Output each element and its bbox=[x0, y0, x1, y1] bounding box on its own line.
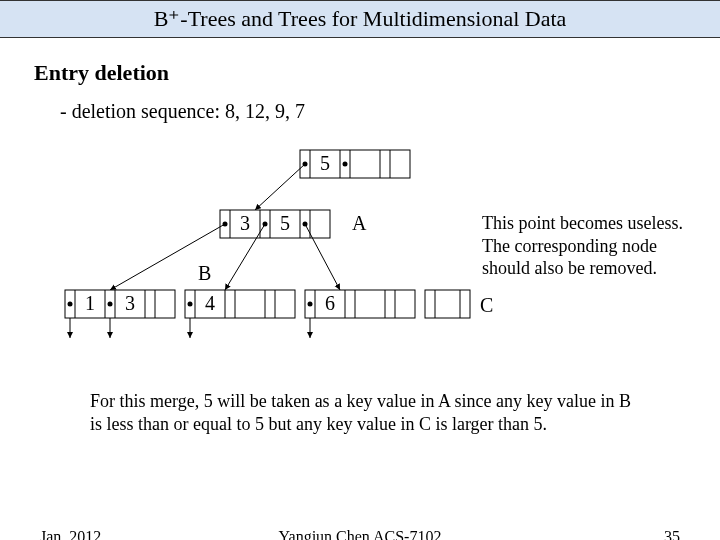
svg-rect-31 bbox=[305, 290, 415, 318]
mid-node: 3 5 bbox=[220, 210, 330, 238]
pointer-dot-icon bbox=[188, 302, 193, 307]
section-heading: Entry deletion bbox=[34, 60, 169, 86]
leaf0-key-1: 3 bbox=[125, 292, 135, 314]
svg-rect-7 bbox=[220, 210, 330, 238]
svg-rect-16 bbox=[65, 290, 175, 318]
leaf-node-2: 6 bbox=[305, 290, 415, 338]
mid-key-1: 5 bbox=[280, 212, 290, 234]
leaf-node-1: 4 bbox=[185, 290, 295, 338]
leaf-node-3 bbox=[425, 290, 470, 318]
leaf-node-0: 1 3 bbox=[65, 290, 175, 338]
deletion-sequence: - deletion sequence: 8, 12, 9, 7 bbox=[60, 100, 305, 123]
root-node: 5 bbox=[300, 150, 410, 178]
pointer-dot-icon bbox=[343, 162, 348, 167]
title-bar: B⁺-Trees and Trees for Multidimensional … bbox=[0, 0, 720, 38]
mid-key-0: 3 bbox=[240, 212, 250, 234]
svg-rect-24 bbox=[185, 290, 295, 318]
label-b: B bbox=[198, 262, 211, 284]
label-c: C bbox=[480, 294, 493, 316]
root-key-0: 5 bbox=[320, 152, 330, 174]
svg-line-6 bbox=[255, 164, 305, 210]
footer-center: Yangjun Chen ACS-7102 bbox=[0, 528, 720, 540]
annotation-text: This point becomes useless. The correspo… bbox=[482, 212, 707, 280]
label-a: A bbox=[352, 212, 367, 234]
pointer-dot-icon bbox=[108, 302, 113, 307]
leaf0-key-0: 1 bbox=[85, 292, 95, 314]
pointer-dot-icon bbox=[308, 302, 313, 307]
pointer-dot-icon bbox=[68, 302, 73, 307]
svg-rect-0 bbox=[300, 150, 410, 178]
footer-page-number: 35 bbox=[664, 528, 680, 540]
svg-rect-38 bbox=[425, 290, 470, 318]
explanation-paragraph: For this merge, 5 will be taken as a key… bbox=[90, 390, 640, 437]
page-title: B⁺-Trees and Trees for Multidimensional … bbox=[154, 6, 567, 32]
leaf1-key-0: 4 bbox=[205, 292, 215, 314]
leaf2-key-0: 6 bbox=[325, 292, 335, 314]
